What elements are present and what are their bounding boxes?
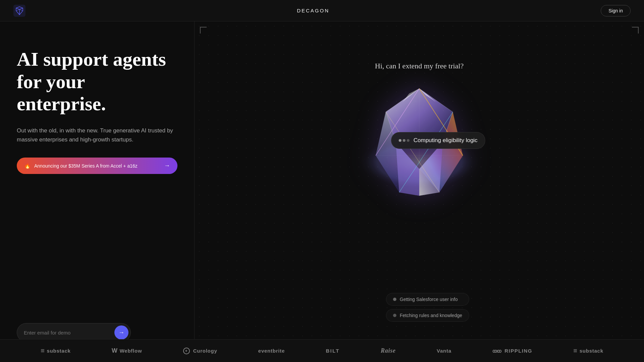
navbar: DECAGON Sign in — [0, 0, 644, 21]
announcement-text: 🔥 Announcing our $35M Series A from Acce… — [24, 163, 138, 169]
brand-raise: Raise — [381, 347, 396, 354]
raise-label: Raise — [381, 347, 396, 354]
status-item-2: Fetching rules and knowledge — [386, 309, 469, 322]
rippling-icon: ꝏꝏ — [492, 348, 501, 354]
main-container: AI support agents for your enterprise. O… — [0, 0, 644, 362]
brand-eventbrite: eventbrite — [258, 348, 285, 354]
status-dot-1 — [393, 298, 396, 301]
email-submit-button[interactable]: → — [114, 325, 128, 340]
substack2-label: substack — [580, 348, 603, 354]
webflow-label: Webflow — [120, 348, 142, 354]
eventbrite-label: eventbrite — [258, 348, 285, 354]
computing-label: Computing eligibility logic — [414, 137, 478, 144]
right-panel: Hi, can I extend my free trial? — [195, 21, 644, 362]
nav-brand: DECAGON — [297, 8, 329, 13]
hero-subtitle: Out with the old, in with the new. True … — [17, 126, 177, 144]
announcement-emoji: 🔥 — [24, 163, 31, 169]
substack-label: substack — [47, 348, 71, 354]
brand-substack: ≡ substack — [41, 347, 70, 355]
corner-tr — [632, 27, 639, 34]
announcement-banner[interactable]: 🔥 Announcing our $35M Series A from Acce… — [17, 158, 177, 174]
dot-loader — [399, 139, 410, 142]
substack2-icon: ≡ — [573, 347, 577, 355]
status-items: Getting Salesforce user info Fetching ru… — [386, 293, 469, 322]
status-item-1: Getting Salesforce user info — [386, 293, 469, 306]
logo — [13, 5, 25, 17]
brands-bar: ≡ substack W Webflow + Curology eventbri… — [0, 339, 644, 362]
arrow-right-icon: → — [164, 162, 170, 169]
status-label-2: Fetching rules and knowledge — [400, 313, 462, 318]
left-content: AI support agents for your enterprise. O… — [17, 48, 177, 174]
announcement-label: Announcing our $35M Series A from Accel … — [34, 163, 138, 169]
sign-in-button[interactable]: Sign in — [601, 5, 631, 16]
left-panel: AI support agents for your enterprise. O… — [0, 21, 195, 362]
curology-icon: + — [183, 348, 190, 354]
brand-curology: + Curology — [183, 348, 217, 354]
curology-label: Curology — [193, 348, 217, 354]
corner-tl — [200, 27, 207, 34]
hero-title: AI support agents for your enterprise. — [17, 48, 177, 115]
webflow-icon: W — [112, 347, 118, 354]
brand-substack2: ≡ substack — [573, 347, 603, 355]
brand-vanta: Vanta — [437, 348, 451, 354]
logo-icon — [13, 5, 25, 17]
bilt-label: BILT — [326, 348, 339, 354]
email-input[interactable] — [24, 330, 114, 336]
computing-bubble: Computing eligibility logic — [391, 132, 485, 149]
brand-rippling: ꝏꝏ RIPPLING — [492, 348, 532, 354]
brand-webflow: W Webflow — [112, 347, 142, 354]
rippling-label: RIPPLING — [504, 348, 532, 354]
status-label-1: Getting Salesforce user info — [400, 297, 458, 302]
status-dot-2 — [393, 314, 396, 317]
brand-bilt: BILT — [326, 348, 339, 354]
substack-icon: ≡ — [41, 347, 45, 355]
vanta-label: Vanta — [437, 348, 451, 354]
